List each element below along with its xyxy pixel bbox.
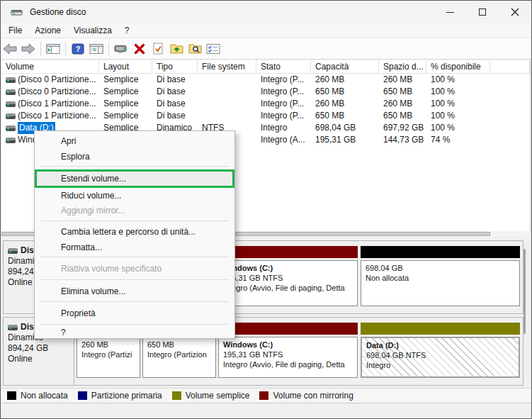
- menu-item-help[interactable]: ?: [35, 328, 234, 338]
- action-pane-button[interactable]: [87, 40, 106, 57]
- table-row[interactable]: (Disco 0 Partizione... Semplice Di base …: [1, 86, 530, 98]
- legend-swatch-simple: [172, 391, 181, 400]
- toolbar-separator: [108, 42, 109, 56]
- help-button[interactable]: ?: [69, 40, 87, 57]
- cell-layout: Semplice: [99, 86, 152, 98]
- menu-separator: [40, 220, 229, 221]
- column-header-layout[interactable]: Layout: [99, 60, 152, 73]
- partition-size: 260 MB: [81, 340, 140, 350]
- column-header-spazio[interactable]: Spazio d...: [379, 60, 426, 73]
- menu-item-proprieta[interactable]: Proprietà: [35, 305, 234, 322]
- volume-icon: [6, 89, 16, 95]
- menu-item-formatta[interactable]: Formatta...: [35, 240, 234, 255]
- partition-name: Windows (C:): [223, 263, 357, 273]
- folder-up-button[interactable]: [167, 40, 186, 57]
- volume-icon: [6, 113, 16, 119]
- cell-fs: [198, 74, 256, 86]
- partition-color-bar: [218, 246, 358, 258]
- delete-button[interactable]: [130, 40, 149, 57]
- disk-drive-icon: [11, 7, 23, 17]
- cell-stato: Integro: [256, 122, 311, 134]
- menu-item-cambia-lettera[interactable]: Cambia lettera e percorso di unità...: [35, 224, 234, 240]
- menu-item-apri[interactable]: Apri: [35, 133, 234, 149]
- column-header-tipo[interactable]: Tipo: [152, 60, 198, 73]
- column-header-capacita[interactable]: Capacità: [311, 60, 379, 73]
- partition-status: Integro (Partizion: [147, 350, 215, 359]
- menu-file[interactable]: File: [2, 24, 28, 37]
- volume-icon: [6, 77, 16, 83]
- partition-disco0-windows-c[interactable]: Windows (C:) 195,31 GB NTFS Integro (Avv…: [218, 241, 358, 313]
- console-tree-button[interactable]: [44, 40, 62, 57]
- vertical-scrollbar-thumb[interactable]: [523, 249, 526, 334]
- help-icon: ?: [72, 43, 84, 55]
- forward-button[interactable]: [19, 40, 38, 57]
- disk-icon: [8, 248, 18, 254]
- menu-item-esplora[interactable]: Esplora: [35, 149, 234, 164]
- menu-item-riattiva-volume: Riattiva volume specificato: [35, 260, 234, 277]
- cell-spazio: 144,73 GB: [379, 134, 426, 146]
- menu-separator: [40, 324, 229, 325]
- computer-icon: [113, 43, 129, 55]
- cell-capacita: 650 MB: [311, 86, 379, 98]
- partition-status: Integro: [366, 360, 519, 370]
- cell-fs: [198, 86, 256, 98]
- partition-disco1-data-d[interactable]: Data (D:) 698,04 GB NTFS Integro: [361, 318, 520, 385]
- context-menu: Apri Esplora Estendi volume... Riduci vo…: [34, 130, 235, 339]
- disk-icon: [8, 325, 18, 330]
- menu-bar: File Azione Visualizza ?: [1, 23, 531, 38]
- cell-stato: Integro (A...: [256, 134, 311, 146]
- cell-disponibile: 100 %: [426, 122, 490, 134]
- back-button[interactable]: [1, 40, 19, 57]
- cell-fs: [198, 98, 256, 110]
- menu-azione[interactable]: Azione: [28, 24, 67, 37]
- cell-tipo: Di base: [152, 86, 198, 98]
- table-row[interactable]: (Disco 1 Partizione... Semplice Di base …: [1, 98, 530, 110]
- disk-size: 894,24 GB: [8, 343, 74, 354]
- console-tree-icon: [46, 43, 60, 55]
- cell-tipo: Di base: [152, 98, 198, 110]
- column-header-disponibile[interactable]: % disponibile: [426, 60, 490, 73]
- partition-size: 195,31 GB NTFS: [223, 350, 357, 359]
- cell-layout: Semplice: [99, 110, 152, 122]
- legend-bar: Non allocata Partizione primaria Volume …: [1, 388, 532, 403]
- forward-icon: [21, 43, 35, 55]
- partition-status: Integro (Partizi: [81, 350, 140, 359]
- table-row[interactable]: (Disco 1 Partizione... Semplice Di base …: [1, 110, 530, 122]
- partition-disco0-unallocated[interactable]: 698,04 GB Non allocata: [361, 241, 520, 313]
- disk-management-window: Gestione disco File Azione Visualizza ? …: [0, 0, 532, 419]
- cell-layout: Semplice: [99, 98, 152, 110]
- toolbar-separator: [65, 42, 66, 56]
- legend-item-mirrored: Volume con mirroring: [259, 391, 353, 401]
- computer-button[interactable]: [112, 40, 130, 57]
- menu-item-elimina-volume[interactable]: Elimina volume...: [35, 283, 234, 300]
- cell-spazio: 260 MB: [379, 74, 426, 86]
- folder-search-button[interactable]: [186, 40, 204, 57]
- menu-help[interactable]: ?: [118, 24, 136, 37]
- column-header-filesystem[interactable]: File system: [198, 60, 256, 73]
- task-list-button[interactable]: [204, 40, 222, 57]
- menu-separator: [40, 301, 229, 302]
- legend-label: Partizione primaria: [91, 391, 162, 401]
- menu-item-riduci-volume[interactable]: Riduci volume...: [35, 188, 234, 203]
- partition-size: 195,31 GB NTFS: [223, 273, 357, 283]
- minimize-button[interactable]: [434, 1, 466, 23]
- cell-stato: Integro (P...: [256, 86, 311, 98]
- cell-stato: Integro (P...: [256, 98, 311, 110]
- maximize-button[interactable]: [466, 1, 499, 23]
- cell-stato: Integro (P...: [256, 74, 311, 86]
- menu-separator: [40, 166, 229, 167]
- title-bar: Gestione disco: [1, 1, 531, 23]
- column-header-stato[interactable]: Stato: [256, 60, 311, 73]
- close-button[interactable]: [499, 1, 531, 23]
- check-document-button[interactable]: [149, 40, 167, 57]
- menu-item-estendi-volume[interactable]: Estendi volume...: [35, 169, 234, 188]
- column-header-volume[interactable]: Volume: [1, 60, 99, 73]
- table-row[interactable]: (Disco 0 Partizione... Semplice Di base …: [1, 74, 530, 86]
- menu-visualizza[interactable]: Visualizza: [67, 24, 118, 37]
- partition-disco1-windows-c[interactable]: Windows (C:) 195,31 GB NTFS Integro (Avv…: [218, 318, 358, 385]
- legend-swatch-mirrored: [259, 391, 268, 400]
- menu-separator: [40, 257, 229, 257]
- legend-label: Volume semplice: [186, 391, 250, 401]
- toolbar: ?: [1, 38, 531, 60]
- cell-layout: Semplice: [99, 74, 152, 86]
